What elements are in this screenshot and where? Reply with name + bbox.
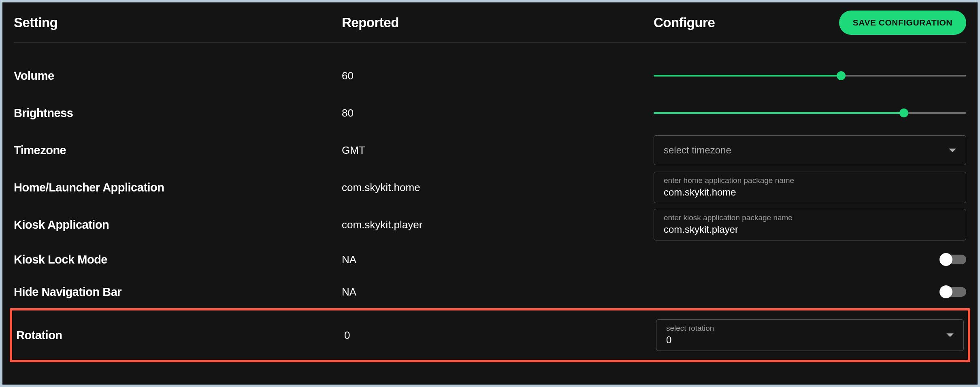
rotation-field-label: select rotation [666, 324, 954, 333]
label-rotation: Rotation [16, 329, 62, 342]
timezone-select[interactable]: select timezone [654, 135, 966, 165]
row-rotation: Rotation 0 select rotation 0 [16, 317, 964, 353]
label-volume: Volume [14, 69, 54, 82]
reported-rotation: 0 [344, 329, 350, 341]
home-app-input[interactable] [664, 187, 956, 198]
reported-home-app: com.skykit.home [342, 181, 420, 194]
table-header: Setting Reported Configure SAVE CONFIGUR… [14, 11, 966, 43]
col-header-reported: Reported [342, 15, 399, 30]
row-brightness: Brightness 80 [14, 94, 966, 132]
kiosk-app-input-container: enter kiosk application package name [654, 209, 966, 240]
row-hide-nav: Hide Navigation Bar NA [14, 276, 966, 308]
label-kiosk-lock: Kiosk Lock Mode [14, 253, 107, 266]
timezone-select-placeholder: select timezone [664, 145, 731, 156]
reported-timezone: GMT [342, 144, 365, 156]
settings-panel: Setting Reported Configure SAVE CONFIGUR… [2, 2, 978, 385]
kiosk-app-input[interactable] [664, 224, 956, 235]
label-brightness: Brightness [14, 106, 73, 119]
chevron-down-icon [949, 149, 956, 152]
col-header-configure: Configure [654, 15, 715, 30]
kiosk-lock-toggle[interactable] [941, 255, 966, 264]
row-home-app: Home/Launcher Application com.skykit.hom… [14, 169, 966, 206]
chevron-down-icon [946, 334, 954, 337]
label-timezone: Timezone [14, 144, 66, 157]
reported-brightness: 80 [342, 107, 354, 119]
row-volume: Volume 60 [14, 57, 966, 94]
row-timezone: Timezone GMT select timezone [14, 132, 966, 169]
save-configuration-button[interactable]: SAVE CONFIGURATION [839, 11, 966, 35]
col-header-setting: Setting [14, 15, 58, 30]
home-app-input-container: enter home application package name [654, 172, 966, 203]
brightness-slider[interactable] [654, 112, 966, 114]
volume-slider[interactable] [654, 75, 966, 77]
reported-kiosk-app: com.skykit.player [342, 219, 422, 231]
rotation-highlight: Rotation 0 select rotation 0 [10, 308, 970, 362]
rotation-value: 0 [666, 334, 954, 346]
volume-slider-thumb[interactable] [837, 71, 846, 80]
row-kiosk-app: Kiosk Application com.skykit.player ente… [14, 206, 966, 243]
row-kiosk-lock: Kiosk Lock Mode NA [14, 243, 966, 276]
home-app-field-label: enter home application package name [664, 176, 956, 185]
label-kiosk-app: Kiosk Application [14, 218, 109, 231]
kiosk-app-field-label: enter kiosk application package name [664, 213, 956, 222]
reported-hide-nav: NA [342, 286, 356, 298]
hide-nav-toggle[interactable] [941, 287, 966, 297]
brightness-slider-thumb[interactable] [899, 108, 908, 117]
reported-kiosk-lock: NA [342, 253, 356, 266]
label-hide-nav: Hide Navigation Bar [14, 285, 121, 298]
rotation-select[interactable]: select rotation 0 [656, 319, 964, 351]
label-home-app: Home/Launcher Application [14, 181, 164, 194]
reported-volume: 60 [342, 70, 354, 82]
